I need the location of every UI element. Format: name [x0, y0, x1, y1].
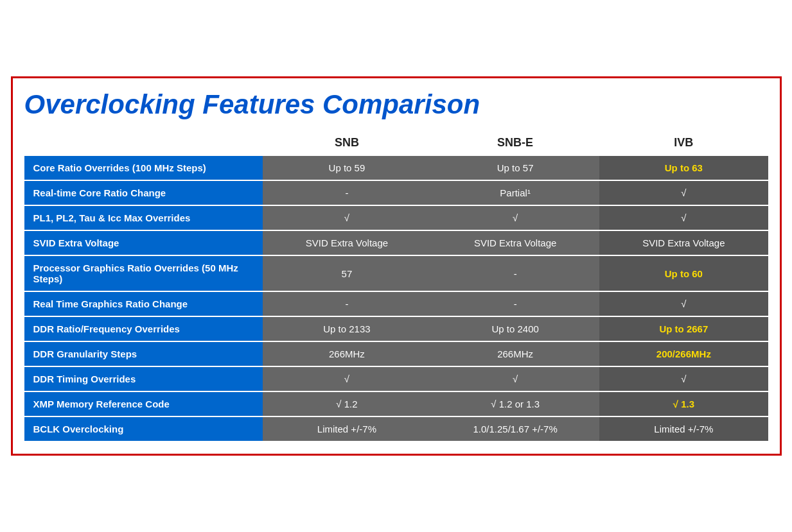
table-row: Real-time Core Ratio Change-Partial¹√	[24, 180, 768, 205]
ivb-cell: √ 1.3	[599, 391, 768, 416]
table-row: DDR Granularity Steps266MHz266MHz200/266…	[24, 341, 768, 366]
feature-cell: Core Ratio Overrides (100 MHz Steps)	[24, 156, 263, 180]
table-row: SVID Extra VoltageSVID Extra VoltageSVID…	[24, 230, 768, 255]
snbe-cell: Up to 57	[431, 156, 599, 180]
snbe-cell: √ 1.2 or 1.3	[431, 391, 599, 416]
snb-cell: √ 1.2	[263, 391, 431, 416]
snb-cell: -	[263, 291, 431, 316]
col-header-feature	[24, 131, 263, 156]
snb-cell: SVID Extra Voltage	[263, 230, 431, 255]
snb-cell: 266MHz	[263, 341, 431, 366]
page-title: Overclocking Features Comparison	[24, 90, 768, 119]
snbe-cell: 266MHz	[431, 341, 599, 366]
table-row: BCLK OverclockingLimited +/-7%1.0/1.25/1…	[24, 416, 768, 442]
feature-cell: DDR Ratio/Frequency Overrides	[24, 316, 263, 341]
col-header-ivb: IVB	[599, 131, 768, 156]
col-header-snb: SNB	[263, 131, 431, 156]
feature-cell: DDR Granularity Steps	[24, 341, 263, 366]
main-container: Overclocking Features Comparison SNB SNB…	[11, 76, 782, 456]
snb-cell: 57	[263, 255, 431, 291]
ivb-cell: Up to 60	[599, 255, 768, 291]
snbe-cell: √	[431, 205, 599, 230]
table-row: Core Ratio Overrides (100 MHz Steps)Up t…	[24, 156, 768, 180]
feature-cell: BCLK Overclocking	[24, 416, 263, 442]
feature-cell: Processor Graphics Ratio Overrides (50 M…	[24, 255, 263, 291]
table-row: PL1, PL2, Tau & Icc Max Overrides√√√	[24, 205, 768, 230]
feature-cell: PL1, PL2, Tau & Icc Max Overrides	[24, 205, 263, 230]
ivb-cell: √	[599, 366, 768, 391]
table-row: Real Time Graphics Ratio Change--√	[24, 291, 768, 316]
ivb-cell: √	[599, 180, 768, 205]
snbe-cell: Up to 2400	[431, 316, 599, 341]
snbe-cell: √	[431, 366, 599, 391]
table-row: XMP Memory Reference Code√ 1.2√ 1.2 or 1…	[24, 391, 768, 416]
col-header-snbe: SNB-E	[431, 131, 599, 156]
ivb-cell: Up to 63	[599, 156, 768, 180]
ivb-cell: Limited +/-7%	[599, 416, 768, 442]
ivb-cell: SVID Extra Voltage	[599, 230, 768, 255]
snbe-cell: SVID Extra Voltage	[431, 230, 599, 255]
ivb-cell: 200/266MHz	[599, 341, 768, 366]
table-row: Processor Graphics Ratio Overrides (50 M…	[24, 255, 768, 291]
ivb-cell: Up to 2667	[599, 316, 768, 341]
snb-cell: -	[263, 180, 431, 205]
table-row: DDR Ratio/Frequency OverridesUp to 2133U…	[24, 316, 768, 341]
snbe-cell: -	[431, 291, 599, 316]
feature-cell: Real-time Core Ratio Change	[24, 180, 263, 205]
snbe-cell: 1.0/1.25/1.67 +/-7%	[431, 416, 599, 442]
ivb-cell: √	[599, 291, 768, 316]
snb-cell: √	[263, 205, 431, 230]
feature-cell: XMP Memory Reference Code	[24, 391, 263, 416]
snb-cell: Up to 59	[263, 156, 431, 180]
snbe-cell: -	[431, 255, 599, 291]
snb-cell: Limited +/-7%	[263, 416, 431, 442]
feature-cell: SVID Extra Voltage	[24, 230, 263, 255]
snb-cell: √	[263, 366, 431, 391]
table-row: DDR Timing Overrides√√√	[24, 366, 768, 391]
ivb-cell: √	[599, 205, 768, 230]
comparison-table: SNB SNB-E IVB Core Ratio Overrides (100 …	[24, 131, 768, 442]
feature-cell: DDR Timing Overrides	[24, 366, 263, 391]
feature-cell: Real Time Graphics Ratio Change	[24, 291, 263, 316]
snbe-cell: Partial¹	[431, 180, 599, 205]
snb-cell: Up to 2133	[263, 316, 431, 341]
